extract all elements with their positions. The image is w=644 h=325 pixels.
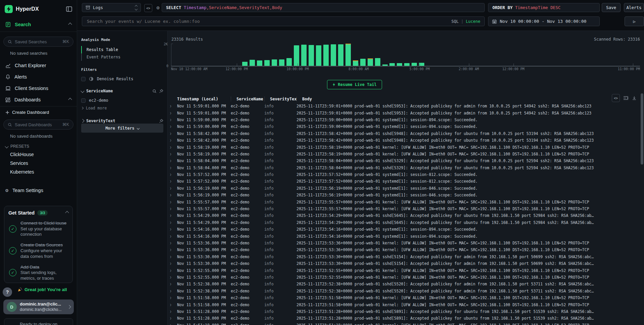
expand-row-icon[interactable]: ❯ — [170, 152, 174, 156]
table-row[interactable]: ❯Nov 11 5:54:29.000 PMec2-demoinfo2025-1… — [168, 219, 639, 226]
sidebar-item-dashboards[interactable]: Dashboards — [0, 94, 77, 105]
denoise-label[interactable]: Denoise Results — [97, 77, 133, 81]
table-row[interactable]: ❯Nov 11 5:58:19.000 PMec2-demoinfo2025-1… — [168, 151, 639, 157]
source-select[interactable]: Logs — [82, 3, 141, 12]
table-row[interactable]: ❯Nov 11 5:53:30.000 PMec2-demoinfo2025-1… — [168, 260, 639, 267]
table-row[interactable]: ❯Nov 11 5:53:30.000 PMec2-demoinfo2025-1… — [168, 253, 639, 260]
date-range-picker[interactable]: Nov 10 00:00:00 - Nov 13 00:00:00 — [488, 16, 600, 26]
scrollbar-thumb[interactable] — [641, 93, 643, 165]
saved-dashboards-input[interactable]: Saved Dashboards ⌘K — [3, 120, 73, 130]
table-row[interactable]: ❯Nov 11 5:59:00.000 PMec2-demoinfo2025-1… — [168, 117, 639, 123]
expand-row-icon[interactable]: ❯ — [170, 241, 174, 245]
preset-dashboard-clickhouse[interactable]: ClickHouse — [0, 150, 77, 159]
sidebar-item-alerts[interactable]: Alerts — [0, 71, 77, 83]
expand-row-icon[interactable]: ❯ — [170, 235, 174, 238]
column-header-body[interactable]: Body — [297, 97, 639, 101]
expand-row-icon[interactable]: ❯ — [170, 276, 174, 279]
sidebar-item-client-sessions[interactable]: Client Sessions — [0, 83, 77, 94]
table-row[interactable]: ❯Nov 11 5:54:16.000 PMec2-demoinfo2025-1… — [168, 226, 639, 233]
load-more-link[interactable]: Load more — [86, 106, 107, 110]
preset-dashboard-services[interactable]: Services — [0, 159, 77, 168]
expand-row-icon[interactable]: ❯ — [170, 317, 174, 320]
expand-row-icon[interactable]: ❯ — [170, 200, 174, 204]
table-row[interactable]: ❯Nov 11 5:52:55.000 PMec2-demoinfo2025-1… — [168, 274, 639, 281]
expand-row-icon[interactable]: ❯ — [170, 193, 174, 197]
expand-row-icon[interactable]: ❯ — [170, 310, 174, 313]
pin-icon[interactable] — [159, 119, 163, 123]
expand-row-icon[interactable]: ❯ — [170, 180, 174, 183]
table-row[interactable]: ❯Nov 11 5:58:42.000 PMec2-demoinfo2025-1… — [168, 130, 639, 137]
expand-row-icon[interactable]: ❯ — [170, 282, 174, 286]
expand-row-icon[interactable]: ❯ — [170, 166, 174, 170]
table-row[interactable]: ❯Nov 11 5:58:04.000 PMec2-demoinfo2025-1… — [168, 165, 639, 171]
language-lucene-toggle[interactable]: Lucene — [466, 19, 480, 24]
expand-row-icon[interactable]: ❯ — [170, 104, 174, 108]
table-row[interactable]: ❯Nov 11 5:52:38.000 PMec2-demoinfo2025-1… — [168, 288, 639, 294]
expand-row-icon[interactable]: ❯ — [170, 269, 174, 272]
filter-search-icon[interactable] — [152, 89, 157, 93]
expand-row-icon[interactable]: ❯ — [170, 221, 174, 224]
expand-row-icon[interactable]: ❯ — [170, 248, 174, 251]
expand-row-icon[interactable]: ❯ — [170, 173, 174, 176]
user-menu[interactable]: D dominic.tran@clic... dominic.tran@clic… — [3, 299, 74, 314]
table-row[interactable]: ❯Nov 11 5:56:19.000 PMec2-demoinfo2025-1… — [168, 185, 639, 192]
select-columns-input[interactable]: SELECT Timestamp,ServiceName,SeverityTex… — [162, 3, 485, 12]
resume-live-tail-button[interactable]: Resume Live Tail — [327, 80, 382, 89]
saved-searches-input[interactable]: Saved Searches ⌘K — [3, 37, 73, 47]
expand-row-icon[interactable]: ❯ — [170, 111, 174, 115]
expand-row-icon[interactable]: ❯ — [170, 132, 174, 135]
table-row[interactable]: ❯Nov 11 5:51:18.000 PMec2-demoinfo2025-1… — [168, 322, 639, 325]
sidebar-item-search[interactable]: Search — [0, 17, 77, 32]
expand-row-icon[interactable]: ❯ — [170, 118, 174, 122]
preset-dashboard-kubernetes[interactable]: Kubernetes — [0, 168, 77, 176]
table-row[interactable]: ❯Nov 11 5:54:16.000 PMec2-demoinfo2025-1… — [168, 233, 639, 239]
create-dashboard-button[interactable]: Create Dashboard — [0, 106, 77, 117]
table-row[interactable]: ❯Nov 11 5:51:58.000 PMec2-demoinfo2025-1… — [168, 301, 639, 308]
expand-row-icon[interactable]: ❯ — [170, 214, 174, 217]
table-row[interactable]: ❯Nov 11 5:51:58.000 PMec2-demoinfo2025-1… — [168, 294, 639, 301]
expand-row-icon[interactable]: ❯ — [170, 255, 174, 259]
expand-row-icon[interactable]: ❯ — [170, 303, 174, 307]
chevron-up-icon[interactable] — [65, 211, 69, 215]
table-row[interactable]: ❯Nov 11 5:52:38.000 PMec2-demoinfo2025-1… — [168, 281, 639, 287]
table-row[interactable]: ❯Nov 11 5:57:52.000 PMec2-demoinfo2025-1… — [168, 178, 639, 185]
sidebar-item-team-settings[interactable]: ⚙ Team Settings — [0, 184, 77, 196]
mode-event-patterns[interactable]: Event Patterns — [81, 53, 167, 61]
expand-row-icon[interactable]: ❯ — [170, 296, 174, 299]
table-row[interactable]: ❯Nov 11 5:58:19.000 PMec2-demoinfo2025-1… — [168, 144, 639, 150]
presets-section-toggle[interactable]: PRESETS — [5, 144, 77, 149]
save-button[interactable]: Save — [602, 3, 621, 12]
column-header-timestamp[interactable]: Timestamp (Local) — [177, 97, 231, 101]
table-row[interactable]: ❯Nov 11 5:56:19.000 PMec2-demoinfo2025-1… — [168, 192, 639, 198]
column-resize-handle[interactable] — [231, 97, 231, 101]
column-header-servicename[interactable]: ServiceName — [231, 97, 264, 101]
collapse-sidebar-icon[interactable] — [66, 6, 72, 12]
denoise-checkbox[interactable] — [81, 77, 86, 81]
chevron-up-icon[interactable] — [68, 98, 72, 101]
expand-row-icon[interactable]: ❯ — [170, 125, 174, 128]
expand-row-icon[interactable]: ❯ — [170, 146, 174, 149]
expand-row-icon[interactable]: ❯ — [170, 262, 174, 265]
search-input[interactable] — [86, 18, 451, 24]
table-row[interactable]: ❯Nov 11 5:53:36.000 PMec2-demoinfo2025-1… — [168, 246, 639, 253]
pin-icon[interactable] — [159, 89, 163, 93]
source-settings-gear-icon[interactable]: ⚙ — [154, 4, 162, 11]
language-sql-toggle[interactable]: SQL — [451, 19, 459, 24]
mode-results-table[interactable]: Results Table — [81, 46, 167, 53]
column-resize-handle[interactable] — [264, 97, 265, 101]
expand-row-icon[interactable]: ❯ — [170, 228, 174, 231]
run-query-button[interactable]: ▷ — [625, 16, 644, 26]
filter-group-servicename[interactable]: ServiceName — [81, 89, 163, 93]
expand-row-icon[interactable]: ❯ — [170, 207, 174, 211]
more-filters-button[interactable]: More filters — [81, 124, 163, 133]
chevron-up-icon[interactable] — [68, 22, 72, 26]
table-row[interactable]: ❯Nov 11 5:55:57.000 PMec2-demoinfo2025-1… — [168, 198, 639, 205]
expand-row-icon[interactable]: ❯ — [170, 139, 174, 142]
table-row[interactable]: ❯Nov 11 5:57:52.000 PMec2-demoinfo2025-1… — [168, 171, 639, 178]
column-resize-handle[interactable] — [297, 97, 297, 101]
expand-row-icon[interactable]: ❯ — [170, 187, 174, 190]
table-row[interactable]: ❯Nov 11 5:51:28.000 PMec2-demoinfo2025-1… — [168, 308, 639, 315]
expand-row-icon[interactable]: ❯ — [170, 159, 174, 162]
table-row[interactable]: ❯Nov 11 5:51:28.000 PMec2-demoinfo2025-1… — [168, 315, 639, 322]
service-option-checkbox[interactable] — [81, 98, 86, 103]
